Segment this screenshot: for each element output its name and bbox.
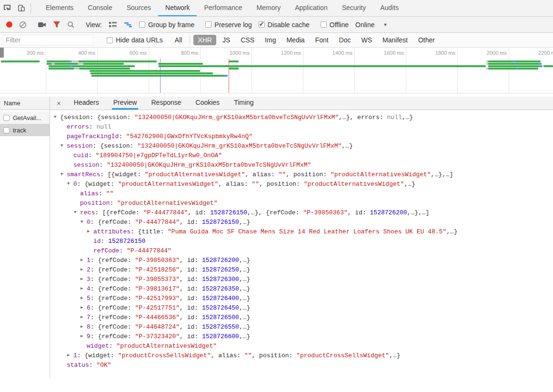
inspect-icon[interactable] <box>0 0 14 16</box>
tree-expand-arrow-icon[interactable]: ▶ <box>80 255 87 265</box>
tree-expand-arrow-icon[interactable]: ▶ <box>80 265 87 274</box>
filter-type-font[interactable]: Font <box>311 35 333 45</box>
filter-type-img[interactable]: Img <box>261 35 280 45</box>
tab-security[interactable]: Security <box>335 0 373 16</box>
group-by-frame-label: Group by frame <box>148 21 194 29</box>
tree-expand-arrow-icon[interactable]: ▼ <box>80 217 87 227</box>
detail-tab-response[interactable]: Response <box>150 97 182 110</box>
disable-cache-checkbox[interactable]: Disable cache <box>259 21 310 29</box>
timeline-overview[interactable]: 200 ms400 ms600 ms800 ms1000 ms1200 ms14… <box>0 48 553 93</box>
large-rows-icon[interactable] <box>109 21 117 28</box>
request-checkbox[interactable] <box>3 115 10 121</box>
tree-line[interactable]: ▶7: {refCode: "P-44466536", id: 15287265… <box>50 313 553 322</box>
tab-audits[interactable]: Audits <box>373 0 406 16</box>
request-bar <box>90 72 213 74</box>
tree-line[interactable]: ▼0: {refCode: "P-44477844", id: 15287261… <box>50 218 553 227</box>
tree-line: cuid: "189904750|e7gpDPTeTdL1yrRw0_OnOA" <box>50 151 553 161</box>
tree-line[interactable]: ▼{session: {session: "132400050|GKOKquJH… <box>50 113 553 122</box>
filter-type-doc[interactable]: Doc <box>335 35 355 45</box>
tree-expand-arrow-icon[interactable]: ▼ <box>67 179 73 189</box>
detail-tab-preview[interactable]: Preview <box>112 97 139 110</box>
tree-expand-arrow-icon[interactable]: ▶ <box>80 274 87 284</box>
detail-tab-timing[interactable]: Timing <box>232 97 255 110</box>
tab-application[interactable]: Application <box>288 0 335 16</box>
request-row[interactable]: track <box>0 124 50 136</box>
header-strip: Name × HeadersPreviewResponseCookiesTimi… <box>0 97 553 110</box>
tree-line[interactable]: ▶2: {refCode: "P-42518256", id: 15287262… <box>50 265 553 275</box>
tree-expand-arrow-icon[interactable]: ▼ <box>60 141 67 151</box>
preserve-log-label: Preserve log <box>214 21 252 29</box>
request-bar <box>488 65 542 67</box>
filter-type-xhr[interactable]: XHR <box>193 35 216 45</box>
ruler-tick: 1000 ms <box>201 48 252 93</box>
hide-data-urls-label: Hide data URLs <box>116 36 163 44</box>
preserve-log-checkbox[interactable]: Preserve log <box>205 21 252 29</box>
tree-expand-arrow-icon[interactable]: ▶ <box>80 303 87 312</box>
tree-line[interactable]: ▶3: {refCode: "P-39855373", id: 15287263… <box>50 275 553 284</box>
tree-line[interactable]: ▼0: {widget: "productAlternativesWidget"… <box>50 180 553 189</box>
tree-line[interactable]: ▶6: {refCode: "P-42517751", id: 15287264… <box>50 303 553 313</box>
tab-sources[interactable]: Sources <box>120 0 158 16</box>
tab-console[interactable]: Console <box>80 0 119 16</box>
detail-tab-cookies[interactable]: Cookies <box>194 97 221 110</box>
ruler-tick: 1200 ms <box>252 48 303 93</box>
group-by-frame-checkbox[interactable]: Group by frame <box>139 21 194 29</box>
request-bar <box>78 63 83 65</box>
filter-funnel-icon[interactable] <box>53 21 60 28</box>
filter-type-ws[interactable]: WS <box>357 35 377 45</box>
tab-memory[interactable]: Memory <box>250 0 288 16</box>
filter-type-js[interactable]: JS <box>218 35 234 45</box>
tree-line[interactable]: ▶9: {refCode: "P-37323420", id: 15287266… <box>50 332 553 342</box>
tree-line[interactable]: ▼smartRecs: [{widget: "productAlternativ… <box>50 170 553 180</box>
request-row[interactable]: GetAvail... <box>0 111 50 124</box>
tree-line[interactable]: ▶5: {refCode: "P-42517993", id: 15287264… <box>50 294 553 303</box>
tree-line: status: "OK" <box>50 361 553 370</box>
offline-label: Offline <box>330 21 349 29</box>
request-bar <box>224 75 228 77</box>
filter-type-other[interactable]: Other <box>414 35 439 45</box>
tree-line[interactable]: ▶1: {widget: "productCrossSellsWidget", … <box>50 351 553 361</box>
request-bar <box>47 60 157 62</box>
tree-line[interactable]: ▶4: {refCode: "P-39813617", id: 15287263… <box>50 284 553 294</box>
tab-elements[interactable]: Elements <box>39 0 80 16</box>
filter-type-manifest[interactable]: Manifest <box>378 35 412 45</box>
tree-line: position: "productAlternativesWidget" <box>50 199 553 208</box>
tree-line[interactable]: ▶1: {refCode: "P-39850363", id: 15287262… <box>50 256 553 265</box>
chevron-down-icon: ▼ <box>383 22 387 27</box>
tree-line[interactable]: ▼recs: [{refCode: "P-44477844", id: 1528… <box>50 208 553 218</box>
detail-tab-headers[interactable]: Headers <box>72 97 101 110</box>
hide-data-urls-checkbox[interactable]: Hide data URLs <box>107 36 163 44</box>
filter-type-media[interactable]: Media <box>282 35 309 45</box>
tree-line[interactable]: ▼session: {session: "132400050|GKOKquJHr… <box>50 141 553 151</box>
divider <box>190 36 190 44</box>
device-toolbar-icon[interactable] <box>14 0 29 16</box>
tab-network[interactable]: Network <box>158 0 197 16</box>
tree-expand-arrow-icon[interactable]: ▼ <box>74 208 80 217</box>
tree-line: refCode: "P-44477844" <box>50 246 553 256</box>
record-icon[interactable] <box>6 21 12 28</box>
filter-type-all[interactable]: All <box>171 35 187 45</box>
tree-expand-arrow-icon[interactable]: ▶ <box>87 227 93 236</box>
camera-icon[interactable] <box>38 21 46 28</box>
tree-expand-arrow-icon[interactable]: ▶ <box>67 351 73 360</box>
throttling-select[interactable]: Online ▼ <box>355 21 387 29</box>
tree-expand-arrow-icon[interactable]: ▶ <box>80 332 87 341</box>
tree-expand-arrow-icon[interactable]: ▼ <box>54 112 60 122</box>
overview-handle[interactable] <box>0 48 4 58</box>
tree-expand-arrow-icon[interactable]: ▶ <box>80 322 87 332</box>
overview-icon[interactable] <box>124 21 132 28</box>
search-icon[interactable] <box>67 21 75 29</box>
filter-type-css[interactable]: CSS <box>236 35 259 45</box>
tab-performance[interactable]: Performance <box>197 0 249 16</box>
request-checkbox[interactable] <box>3 127 10 133</box>
close-icon[interactable]: × <box>50 97 67 110</box>
tree-expand-arrow-icon[interactable]: ▶ <box>80 312 87 322</box>
tree-line[interactable]: ▶8: {refCode: "P-44648724", id: 15287265… <box>50 322 553 332</box>
tree-expand-arrow-icon[interactable]: ▶ <box>80 284 87 293</box>
offline-checkbox[interactable]: Offline <box>321 21 349 29</box>
tree-line[interactable]: ▶attributes: {title: "Puma Guida Moc SF … <box>50 227 553 237</box>
tree-expand-arrow-icon[interactable]: ▶ <box>80 293 87 303</box>
clear-icon[interactable] <box>19 21 27 29</box>
tree-expand-arrow-icon[interactable]: ▼ <box>60 170 67 179</box>
filter-input[interactable] <box>3 35 93 45</box>
